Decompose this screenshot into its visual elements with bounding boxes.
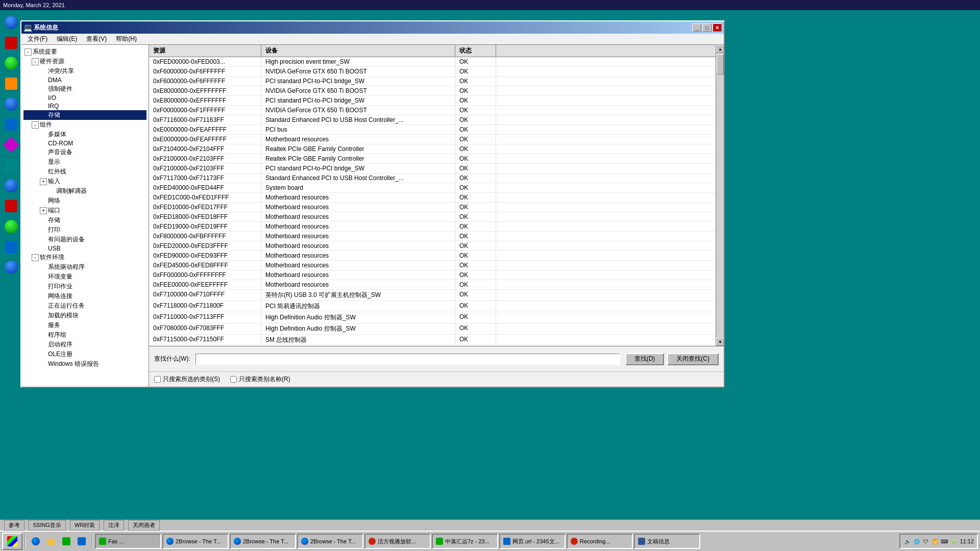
ql-browser-icon[interactable] [29,534,43,548]
tree-item-cdrom[interactable]: CD-ROM [23,139,146,147]
desktop-icon-13[interactable] [3,259,19,276]
tree-item-storage2[interactable]: 存储 [23,215,146,225]
bottom-tab-3[interactable]: 注泽 [104,520,124,531]
option2-label[interactable]: 只搜索类别名称(R) [230,375,290,384]
tray-icon-1[interactable]: 🔊 [903,537,912,545]
desktop-icon-11[interactable] [3,218,19,235]
desktop-icon-5[interactable] [3,96,19,112]
table-row[interactable]: 0xF7117000-0xF71173FFStandard Enhanced P… [149,173,716,183]
desktop-icon-10[interactable] [3,198,19,214]
tree-item-startup[interactable]: 启动程序 [23,340,146,349]
tree-item-usb[interactable]: USB [23,244,146,253]
tree-item-hardware[interactable]: - 硬件资源 [23,57,146,66]
taskbar-btn-5[interactable]: 中落汇运7z - 23... [432,534,498,549]
table-row[interactable]: 0xF7100000-0xF710FFFF英特尔(R) USB 3.0 可扩展主… [149,290,716,301]
table-body[interactable]: 0xFED00000-0xFED003...High precision eve… [149,57,716,346]
taskbar-btn-7[interactable]: Recording... [567,534,633,549]
tray-icon-6[interactable]: 🔋 [949,537,958,545]
table-row[interactable]: 0xE8000000-0xEFFFFFFFNVIDIA GeForce GTX … [149,86,716,96]
scroll-track[interactable] [716,53,724,338]
search-input[interactable] [195,354,620,365]
tree-item-infrared[interactable]: 红外线 [23,167,146,177]
table-row[interactable]: 0xFED1C000-0xFED1FFFFMotherboard resourc… [149,193,716,203]
tray-icon-3[interactable]: 🛡 [922,537,930,545]
tree-item-modem[interactable]: 调制解调器 [23,186,146,196]
option2-checkbox[interactable] [230,376,237,383]
table-row[interactable]: 0xF8000000-0xFBFFFFFFMotherboard resourc… [149,232,716,241]
table-row[interactable]: 0xF7080000-0xF7083FFFHigh Definition Aud… [149,323,716,335]
scroll-thumb[interactable] [717,54,724,74]
expand-icon-input[interactable]: + [40,178,47,185]
scroll-down-button[interactable]: ▼ [716,338,724,346]
tree-item-root[interactable]: - 系统提要 [23,47,146,57]
left-panel[interactable]: - 系统提要 - 硬件资源 冲突/共享 DMA 强制硬件 [21,45,149,387]
table-row[interactable]: 0xF7110000-0xF7113FFFHigh Definition Aud… [149,312,716,323]
tree-item-services[interactable]: 服务 [23,320,146,330]
bottom-tab-2[interactable]: WR封装 [70,520,100,531]
scroll-up-button[interactable]: ▲ [716,45,724,53]
table-row[interactable]: 0xFED19000-0xFED19FFFMotherboard resourc… [149,222,716,232]
bottom-tab-1[interactable]: 5SING音乐 [29,520,66,531]
taskbar-btn-1[interactable]: 2Browse - The T... [162,534,229,549]
menu-edit[interactable]: 编辑(E) [53,34,81,44]
tree-item-input[interactable]: + 输入 [23,177,146,186]
table-row[interactable]: 0xF7115000-0xF71150FFSM 总线控制器OK [149,335,716,346]
tree-item-display[interactable]: 显示 [23,157,146,167]
desktop-icon-7[interactable] [3,137,19,153]
tree-item-port[interactable]: + 端口 [23,206,146,215]
option1-checkbox[interactable] [154,376,161,383]
table-row[interactable]: 0xF6000000-0xF6FFFFFFNVIDIA GeForce GTX … [149,67,716,77]
expand-icon-hardware[interactable]: - [32,58,39,65]
tree-item-network[interactable]: 网络 [23,196,146,206]
expand-icon-root[interactable]: - [24,48,32,56]
table-row[interactable]: 0xFED10000-0xFED17FFFMotherboard resourc… [149,203,716,212]
table-row[interactable]: 0xFED20000-0xFED3FFFFMotherboard resourc… [149,241,716,251]
tree-item-running[interactable]: 正在运行任务 [23,301,146,311]
minimize-button[interactable]: _ [692,23,701,32]
tree-item-io[interactable]: I/O [23,94,146,102]
expand-icon-components[interactable]: - [32,121,39,129]
tree-item-programs[interactable]: 程序组 [23,330,146,340]
tree-item-ole[interactable]: OLE注册 [23,349,146,359]
desktop-icon-6[interactable] [3,116,19,133]
table-row[interactable]: 0xF2104000-0xF2104FFFRealtek PCIe GBE Fa… [149,144,716,154]
close-button[interactable]: ✕ [713,23,722,32]
tree-item-printjobs[interactable]: 打印作业 [23,282,146,291]
start-button[interactable] [2,533,22,550]
table-row[interactable]: 0xF7118000-0xF711800FPCI 简易通讯控制器OK [149,301,716,312]
tree-item-force[interactable]: 强制硬件 [23,84,146,94]
tree-item-irq[interactable]: IRQ [23,102,146,110]
table-row[interactable]: 0xFED00000-0xFED003...High precision eve… [149,57,716,67]
table-row[interactable]: 0xE0000000-0xFEAFFFFFPCI busOK [149,125,716,135]
tree-item-conflict[interactable]: 冲突/共享 [23,66,146,76]
table-row[interactable]: 0xE0000000-0xFEAFFFFFMotherboard resourc… [149,135,716,144]
ql-folder-icon[interactable] [44,534,58,548]
expand-icon-software[interactable]: - [32,254,39,261]
option1-label[interactable]: 只搜索所选的类别(S) [154,375,220,384]
table-row[interactable]: 0xFED90000-0xFED93FFFMotherboard resourc… [149,251,716,261]
expand-icon-port[interactable]: + [40,207,47,214]
taskbar-btn-2[interactable]: 2Browse - The T... [230,534,296,549]
table-row[interactable]: 0xFED45000-0xFED8FFFFMotherboard resourc… [149,261,716,270]
tree-item-wer[interactable]: Windows 错误报告 [23,359,146,369]
taskbar-btn-8[interactable]: 文稿信息 [634,534,700,549]
tray-icon-2[interactable]: 🌐 [913,537,921,545]
taskbar-btn-3[interactable]: 2Browse - The T... [297,534,363,549]
tree-item-software[interactable]: - 软件环境 [23,253,146,262]
tree-item-components[interactable]: - 组件 [23,120,146,130]
bottom-tab-4[interactable]: 关闭画者 [128,520,160,531]
table-row[interactable]: 0xE8000000-0xEFFFFFFFPCI standard PCI-to… [149,96,716,106]
table-row[interactable]: 0xFEE00000-0xFEEFFFFFMotherboard resourc… [149,280,716,290]
tree-item-loaded[interactable]: 加载的模块 [23,311,146,320]
table-row[interactable]: 0xF2100000-0xF2103FFFPCI standard PCI-to… [149,164,716,173]
desktop-icon-2[interactable] [3,35,19,51]
ql-app4-icon[interactable] [75,534,89,548]
table-row[interactable]: 0xFED18000-0xFED18FFFMotherboard resourc… [149,212,716,222]
desktop-icon-3[interactable] [3,55,19,71]
taskbar-btn-0[interactable]: Fas ... [95,534,161,549]
table-row[interactable]: 0xFED40000-0xFED44FFSystem boardOK [149,183,716,193]
close-find-button[interactable]: 关闭查找(C) [667,353,719,365]
ql-app3-icon[interactable] [59,534,74,548]
maximize-button[interactable]: □ [702,23,712,32]
table-row[interactable]: 0xF7116000-0xF71163FFStandard Enhanced P… [149,115,716,125]
